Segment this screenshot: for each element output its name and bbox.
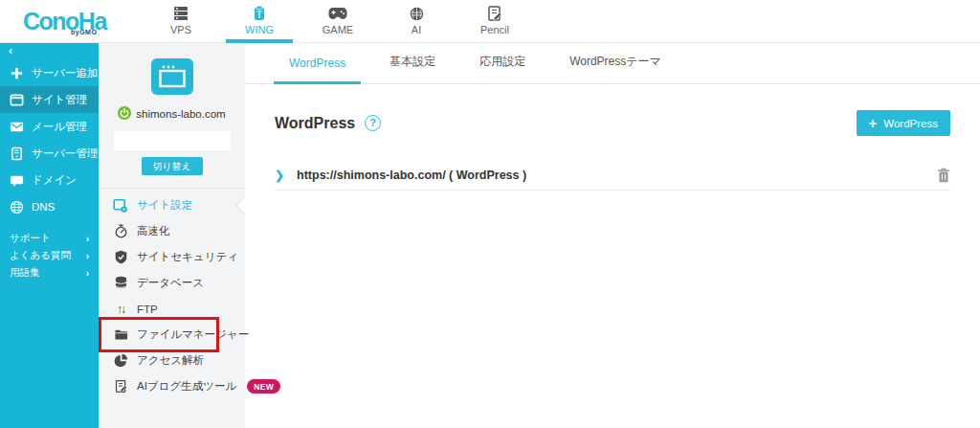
nav-item-ai[interactable]: AI bbox=[377, 0, 456, 42]
tab-wordpress-theme[interactable]: WordPressテーマ bbox=[554, 54, 677, 83]
stopwatch-icon bbox=[113, 224, 128, 239]
help-icon[interactable]: ? bbox=[365, 115, 381, 131]
chevron-right-icon: › bbox=[86, 251, 89, 261]
database-icon bbox=[113, 276, 128, 291]
chevron-right-icon: › bbox=[86, 234, 89, 244]
sidebar-item-site-management[interactable]: サイト管理 bbox=[0, 86, 99, 113]
sidebar-item-label: DNS bbox=[32, 201, 55, 213]
sidebar-item-label: サーバー管理 bbox=[32, 146, 99, 161]
globe-icon bbox=[9, 199, 25, 215]
sidebar-item-mail-management[interactable]: メール管理 bbox=[0, 113, 99, 140]
menu-item-label: サイトセキュリティ bbox=[137, 250, 238, 264]
conoha-logo[interactable]: ConoHa byGMO bbox=[0, 0, 142, 42]
service-nav: VPS WING GAME AI Pencil bbox=[142, 0, 534, 42]
app-body: ‹ サーバー追加 サイト管理 メール管理 サーバー管理 bbox=[0, 43, 980, 428]
delete-site-button[interactable] bbox=[937, 168, 950, 183]
page-title: WordPress bbox=[275, 115, 355, 132]
active-item-notch bbox=[235, 195, 245, 216]
ai-doc-icon bbox=[113, 379, 128, 394]
wing-icon bbox=[220, 5, 299, 22]
add-button-label: WordPress bbox=[883, 118, 938, 129]
tab-wordpress[interactable]: WordPress bbox=[274, 56, 361, 83]
nav-label: GAME bbox=[299, 24, 377, 35]
sidebar-item-label: サイト管理 bbox=[32, 93, 87, 107]
nav-item-pencil[interactable]: Pencil bbox=[456, 0, 534, 42]
add-wordpress-button[interactable]: + WordPress bbox=[857, 110, 950, 136]
primary-sidebar: ‹ サーバー追加 サイト管理 メール管理 サーバー管理 bbox=[0, 43, 99, 428]
sidebar-item-label: サーバー追加 bbox=[32, 66, 99, 80]
browser-window-icon bbox=[151, 81, 193, 98]
sidebar-item-label: メール管理 bbox=[32, 120, 87, 134]
folder-icon bbox=[113, 327, 128, 343]
site-url-label: https://shimons-labo.com/ ( WordPress ) bbox=[297, 169, 526, 182]
nav-label: WING bbox=[220, 24, 299, 35]
menu-item-label: ファイルマネージャー bbox=[137, 327, 249, 342]
menu-item-access-analytics[interactable]: アクセス解析 bbox=[99, 348, 245, 373]
mail-icon bbox=[9, 119, 25, 135]
menu-item-site-security[interactable]: サイトセキュリティ bbox=[99, 244, 245, 270]
window-icon bbox=[9, 92, 25, 108]
trash-icon bbox=[937, 168, 950, 183]
main-content: WordPress 基本設定 応用設定 WordPressテーマ WordPre… bbox=[245, 43, 980, 428]
menu-item-site-settings[interactable]: サイト設定 bbox=[99, 192, 245, 218]
sidebar-link-label: サポート bbox=[10, 232, 51, 245]
site-domain-row: shimons-labo.com bbox=[99, 106, 245, 122]
sidebar-link-glossary[interactable]: 用語集 › bbox=[0, 264, 99, 282]
brain-icon bbox=[377, 5, 456, 22]
nav-label: Pencil bbox=[456, 24, 534, 35]
sidebar-item-label: ドメイン bbox=[32, 173, 77, 188]
site-settings-icon bbox=[113, 198, 128, 214]
main-header: WordPress ? + WordPress bbox=[245, 84, 980, 136]
plus-icon bbox=[9, 65, 25, 81]
sidebar-links: サポート › よくある質問 › 用語集 › bbox=[0, 230, 99, 282]
tab-bar: WordPress 基本設定 応用設定 WordPressテーマ bbox=[245, 43, 980, 84]
site-menu: サイト設定 高速化 サイトセキュリティ データベース bbox=[99, 189, 245, 399]
power-status-icon bbox=[118, 106, 131, 122]
sidebar-item-add-server[interactable]: サーバー追加 bbox=[0, 59, 99, 86]
top-header: ConoHa byGMO VPS WING GAME AI bbox=[0, 0, 980, 43]
menu-item-label: データベース bbox=[137, 276, 204, 290]
shield-icon bbox=[113, 250, 128, 265]
site-card: shimons-labo.com 切り替え bbox=[99, 43, 245, 175]
site-plan-field bbox=[114, 131, 231, 150]
site-domain-label: shimons-labo.com bbox=[136, 108, 225, 120]
servers-icon bbox=[142, 5, 220, 22]
plus-icon: + bbox=[869, 116, 878, 130]
gamepad-icon bbox=[299, 5, 377, 22]
menu-item-label: AIブログ生成ツール bbox=[137, 379, 236, 394]
nav-label: AI bbox=[377, 24, 456, 35]
arrows-updown-icon: ↑↓ bbox=[113, 302, 128, 317]
sidebar-collapse-button[interactable]: ‹ bbox=[0, 43, 99, 59]
sidebar-link-faq[interactable]: よくある質問 › bbox=[0, 247, 99, 264]
sidebar-item-domain[interactable]: ドメイン bbox=[0, 167, 99, 193]
tab-advanced-settings[interactable]: 応用設定 bbox=[464, 54, 541, 83]
pencil-doc-icon bbox=[456, 5, 534, 22]
menu-item-file-manager[interactable]: ファイルマネージャー bbox=[99, 322, 245, 348]
menu-item-ai-blog-tool[interactable]: AIブログ生成ツール NEW bbox=[99, 373, 245, 399]
menu-item-ftp[interactable]: ↑↓ FTP bbox=[99, 296, 245, 322]
menu-item-speed[interactable]: 高速化 bbox=[99, 218, 245, 244]
sidebar-item-server-management[interactable]: サーバー管理 bbox=[0, 140, 99, 167]
menu-item-label: アクセス解析 bbox=[137, 353, 204, 368]
sidebar-item-dns[interactable]: DNS bbox=[0, 193, 99, 220]
chevron-right-icon: › bbox=[86, 268, 89, 279]
nav-item-game[interactable]: GAME bbox=[299, 0, 377, 42]
sidebar-link-label: 用語集 bbox=[10, 266, 40, 280]
menu-item-database[interactable]: データベース bbox=[99, 270, 245, 296]
new-badge: NEW bbox=[247, 379, 280, 394]
menu-item-label: FTP bbox=[137, 304, 158, 315]
wordpress-site-row: ❯ https://shimons-labo.com/ ( WordPress … bbox=[275, 160, 950, 191]
pie-chart-icon bbox=[113, 353, 128, 369]
switch-site-button[interactable]: 切り替え bbox=[142, 157, 203, 175]
server-icon bbox=[9, 146, 25, 162]
menu-item-label: サイト設定 bbox=[137, 198, 192, 213]
sidebar-link-support[interactable]: サポート › bbox=[0, 230, 99, 247]
nav-item-wing[interactable]: WING bbox=[220, 0, 299, 42]
secondary-sidebar: shimons-labo.com 切り替え サイト設定 高速化 bbox=[99, 43, 245, 428]
menu-item-label: 高速化 bbox=[137, 224, 170, 238]
nav-item-vps[interactable]: VPS bbox=[142, 0, 220, 42]
expand-chevron-icon[interactable]: ❯ bbox=[275, 169, 284, 182]
tab-basic-settings[interactable]: 基本設定 bbox=[374, 54, 451, 83]
nav-label: VPS bbox=[142, 24, 220, 35]
sidebar-link-label: よくある質問 bbox=[10, 249, 71, 262]
